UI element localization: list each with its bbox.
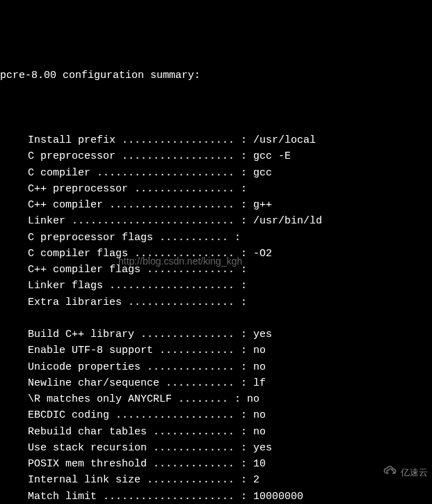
config-row: Match limit ..................... : 1000… (0, 489, 432, 505)
config-row: C++ compiler .................... : g++ (0, 197, 432, 213)
config-row: Newline char/sequence ........... : lf (0, 375, 432, 391)
config-row: \R matches only ANYCRLF ........ : no (0, 391, 432, 407)
config-header: pcre-8.00 configuration summary: (0, 68, 432, 84)
config-row: C preprocessor flags ........... : (0, 230, 432, 246)
config-row: Extra libraries ................. : (0, 294, 432, 310)
config-row: Rebuild char tables ............. : no (0, 424, 432, 440)
config-row: Enable UTF-8 support ............ : no (0, 342, 432, 359)
config-row: C compiler flags ................ : -O2 (0, 246, 432, 262)
config-row: Linker .......................... : /usr… (0, 213, 432, 229)
config-row: C preprocessor .................. : gcc … (0, 148, 432, 164)
config-row: C++ preprocessor ................ : (0, 181, 432, 197)
logo-label: 亿速云 (401, 466, 428, 480)
config-row: Install prefix .................. : /usr… (0, 132, 432, 148)
config-row: Build C++ library ............... : yes (0, 326, 432, 342)
blank-line (0, 310, 432, 326)
config-row: C++ compiler flags .............. : (0, 262, 432, 278)
config-row: EBCDIC coding ................... : no (0, 407, 432, 423)
config-row: Linker flags .................... : (0, 278, 432, 294)
config-row: POSIX mem threshold ............. : 10 (0, 456, 432, 472)
config-row: Internal link size .............. : 2 (0, 472, 432, 488)
config-row: Use stack recursion ............. : yes (0, 440, 432, 456)
config-row: C compiler ...................... : gcc (0, 165, 432, 181)
blank-line (0, 100, 432, 116)
source-logo: 亿速云 (373, 451, 428, 494)
config-row: Unicode properties .............. : no (0, 359, 432, 375)
cloud-icon (373, 451, 398, 494)
config-rows: Install prefix .................. : /usr… (0, 132, 432, 504)
